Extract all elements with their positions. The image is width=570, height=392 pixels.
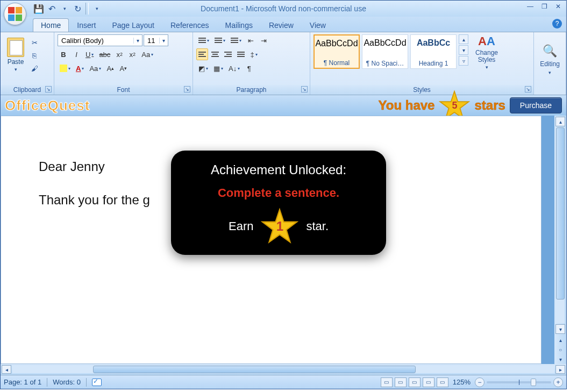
restore-button[interactable]: ❐ [538, 2, 550, 11]
status-page[interactable]: Page: 1 of 1 [4, 378, 41, 386]
tab-mailings[interactable]: Mailings [217, 18, 261, 32]
group-label-styles: Styles↘ [310, 85, 533, 95]
window-controls: — ❐ ✕ [524, 2, 564, 11]
browse-object-icon[interactable]: ○ [557, 346, 564, 353]
align-right-button[interactable] [222, 48, 234, 60]
tab-page-layout[interactable]: Page Layout [104, 18, 162, 32]
text-effects-button[interactable]: Aa [87, 62, 103, 74]
achievement-reward: Earn 1 star. [184, 208, 373, 245]
undo-icon[interactable]: ↶ [46, 3, 58, 15]
gallery-up-icon[interactable]: ▴ [459, 34, 468, 44]
paragraph-launcher-icon[interactable]: ↘ [301, 86, 308, 92]
tab-view[interactable]: View [302, 18, 334, 32]
scroll-right-icon[interactable]: ▸ [555, 365, 565, 374]
italic-button[interactable]: I [70, 48, 82, 60]
close-button[interactable]: ✕ [552, 2, 564, 11]
zoom-knob[interactable] [531, 379, 536, 386]
qat-customize-icon[interactable]: ▾ [91, 3, 103, 15]
strike-button[interactable]: abc [97, 48, 112, 60]
font-launcher-icon[interactable]: ↘ [184, 86, 190, 92]
you-have-label: You have [379, 98, 435, 113]
paste-label: Paste [8, 58, 24, 66]
zoom-in-button[interactable]: + [553, 377, 563, 387]
style-no-spacing[interactable]: AaBbCcDd ¶ No Spaci… [362, 34, 408, 69]
style-sample: AaBbCcDd [315, 39, 358, 48]
font-color-button[interactable]: A [74, 62, 86, 74]
underline-button[interactable]: U [83, 48, 96, 60]
undo-more-icon[interactable]: ▾ [59, 3, 70, 15]
view-fullscreen-icon[interactable]: ▭ [395, 377, 407, 387]
hscroll-track[interactable] [12, 366, 554, 373]
show-marks-button[interactable]: ¶ [243, 62, 255, 74]
bold-button[interactable]: B [58, 48, 69, 60]
paste-button[interactable]: Paste ▾ [4, 34, 27, 75]
view-outline-icon[interactable]: ▭ [423, 377, 434, 387]
scroll-left-icon[interactable]: ◂ [2, 365, 11, 374]
grow-font-button[interactable]: A▴ [104, 62, 116, 74]
multilevel-button[interactable] [229, 34, 244, 46]
format-painter-icon[interactable]: 🖌 [28, 62, 40, 74]
group-label-clipboard: Clipboard↘ [1, 85, 54, 95]
office-button[interactable] [4, 3, 26, 25]
tab-references[interactable]: References [162, 18, 217, 32]
gallery-expand-icon[interactable]: ▿ [459, 56, 468, 66]
tab-review[interactable]: Review [261, 18, 302, 32]
spellcheck-icon[interactable] [92, 379, 102, 386]
cut-icon[interactable]: ✂ [28, 37, 40, 48]
change-case-button[interactable]: Aa [139, 48, 155, 60]
view-print-layout-icon[interactable]: ▭ [381, 377, 393, 387]
status-words[interactable]: Words: 0 [53, 378, 81, 386]
clipboard-launcher-icon[interactable]: ↘ [45, 86, 52, 92]
tab-insert[interactable]: Insert [69, 18, 104, 32]
vertical-scrollbar[interactable]: ▴ ▾ ▴ ○ ▾ [554, 116, 566, 364]
group-styles: AaBbCcDd ¶ Normal AaBbCcDd ¶ No Spaci… A… [310, 32, 534, 95]
hscroll-thumb[interactable] [93, 366, 416, 373]
scroll-thumb[interactable] [556, 127, 565, 300]
earn-label: Earn [229, 219, 253, 233]
align-justify-button[interactable] [235, 48, 247, 60]
tab-home[interactable]: Home [33, 18, 69, 32]
view-draft-icon[interactable]: ▭ [437, 377, 448, 387]
align-left-button[interactable] [196, 48, 208, 60]
scroll-down-icon[interactable]: ▾ [555, 324, 565, 334]
gallery-down-icon[interactable]: ▾ [459, 45, 468, 55]
achievement-popup: Achievement Unlocked: Complete a sentenc… [171, 151, 386, 255]
prev-page-icon[interactable]: ▴ [557, 336, 564, 344]
save-icon[interactable]: 💾 [33, 3, 45, 15]
style-heading-1[interactable]: AaBbCc Heading 1 [410, 34, 457, 69]
quick-access-toolbar: 💾 ↶ ▾ ↻ ▾ [33, 1, 103, 17]
indent-decrease-button[interactable]: ⇤ [245, 34, 256, 46]
zoom-value[interactable]: 125% [453, 378, 471, 386]
redo-icon[interactable]: ↻ [72, 3, 83, 15]
minimize-button[interactable]: — [524, 2, 536, 11]
shrink-font-button[interactable]: A▾ [117, 62, 129, 74]
sort-button[interactable]: A↓ [226, 62, 242, 74]
line-spacing-button[interactable]: ‡ [248, 48, 260, 60]
purchase-button[interactable]: Purchase [510, 97, 562, 113]
styles-launcher-icon[interactable]: ↘ [525, 86, 531, 92]
shading-button[interactable]: ◩ [196, 62, 210, 74]
borders-button[interactable]: ▦ [211, 62, 225, 74]
copy-icon[interactable]: ⎘ [28, 49, 40, 61]
ribbon-tabs: Home Insert Page Layout References Maili… [1, 17, 566, 32]
style-normal[interactable]: AaBbCcDd ¶ Normal [314, 34, 360, 69]
zoom-out-button[interactable]: − [475, 377, 484, 387]
horizontal-scrollbar[interactable]: ◂ ▸ [1, 364, 566, 375]
numbering-button[interactable] [212, 34, 227, 46]
scroll-track[interactable] [556, 127, 565, 323]
indent-increase-button[interactable]: ⇥ [258, 34, 269, 46]
subscript-button[interactable]: x2 [113, 48, 125, 60]
change-styles-button[interactable]: AA Change Styles ▾ [471, 34, 503, 70]
bullets-button[interactable] [196, 34, 211, 46]
highlight-button[interactable] [58, 62, 73, 74]
align-center-button[interactable] [209, 48, 221, 60]
font-name-combo[interactable]: Calibri (Body)▾ [58, 34, 142, 46]
find-icon[interactable]: 🔍 [543, 44, 557, 58]
superscript-button[interactable]: x2 [126, 48, 138, 60]
font-size-combo[interactable]: 11▾ [144, 34, 168, 46]
zoom-slider[interactable] [487, 381, 551, 383]
scroll-up-icon[interactable]: ▴ [555, 117, 565, 126]
help-icon[interactable]: ? [552, 19, 562, 28]
view-web-icon[interactable]: ▭ [409, 377, 421, 387]
next-page-icon[interactable]: ▾ [557, 355, 564, 363]
